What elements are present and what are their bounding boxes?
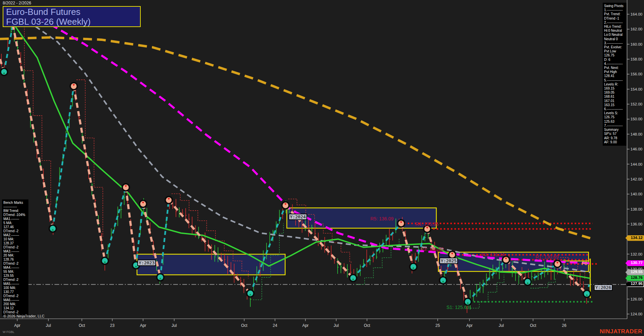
price-tick-label: 144.00 xyxy=(630,162,642,166)
panel-line: 128.37 xyxy=(3,241,27,245)
level-label: R1: 130.69 xyxy=(535,254,559,260)
price-chart-canvas[interactable]: R5: 136.09R4: 135.35R3: 131.90R2: 131.24… xyxy=(0,0,644,336)
price-tick-label: 148.00 xyxy=(630,132,642,136)
year-label-2025[interactable]: Y:2025 xyxy=(439,258,458,264)
time-tick-label: 24 xyxy=(273,323,277,328)
panel-line: MA2.------- xyxy=(3,233,27,237)
panel-line: Pvt Low xyxy=(604,49,625,53)
panel-line: Neutral 0 xyxy=(604,37,625,41)
panel-line: 125.63 xyxy=(604,120,625,124)
zigzag-up-leg xyxy=(353,223,401,278)
panel-line: Summary xyxy=(604,128,625,132)
panel-line: BM Trend: xyxy=(3,209,27,213)
time-tick-label: Jul xyxy=(46,323,51,328)
time-tick-label: Oct xyxy=(241,323,248,328)
zigzag-down-leg xyxy=(169,200,250,293)
price-tick-label: 146.00 xyxy=(630,147,642,151)
panel-line: 169.15 xyxy=(604,87,625,91)
panel-line: Levels S: xyxy=(604,111,625,115)
price-tick-label: 162.00 xyxy=(630,27,642,31)
panel-line: 5.-------------- xyxy=(604,78,625,82)
panel-line: DTrend -2 xyxy=(3,229,27,233)
copyright-text: © 2026 NinjaTrader, LLC xyxy=(3,314,44,318)
panel-line: Pvt. Trend: xyxy=(604,12,625,16)
panel-line: DTrend -2 xyxy=(3,278,27,282)
moving-averages xyxy=(0,19,590,278)
panel-line: AF: 9.00 xyxy=(604,140,625,144)
panel-line: MA3.------- xyxy=(3,249,27,254)
panel-line: 130.77 xyxy=(3,290,27,294)
time-tick-label: Oct xyxy=(530,323,536,328)
panel-line: 1.-------------- xyxy=(604,8,625,12)
bench-marks-panel: Bench Marks ------------BM Trend:DTrend … xyxy=(2,199,28,316)
panel-line: HiLo Trend: xyxy=(604,25,625,29)
time-tick-label: Jul xyxy=(499,323,504,328)
zigzag-down-leg xyxy=(13,25,53,229)
panel-line: ------------ xyxy=(3,205,27,209)
year-label-2023[interactable]: Y:2023 xyxy=(137,260,156,266)
panel-line: 128.41 xyxy=(604,74,625,78)
panel-line: 167.01 xyxy=(604,99,625,103)
panel-line: SP's: 57 xyxy=(604,132,625,136)
panel-line: 20 MA: xyxy=(3,254,27,258)
panel-line: 2.-------------- xyxy=(604,21,625,25)
panel-line: D: 6 xyxy=(604,58,625,62)
price-tag-128.76: 128.76 xyxy=(625,275,644,281)
zigzag-up-leg xyxy=(4,25,13,72)
year-label-2024[interactable]: Y:2024 xyxy=(289,214,307,220)
time-tick-label: 26 xyxy=(562,323,567,328)
ninjatrader-logo: NINJATRADER xyxy=(600,328,642,335)
panel-line: Pvt. Evolve: xyxy=(604,45,625,49)
panel-line: 126.75 xyxy=(604,53,625,57)
year-label-2026[interactable]: Y:2026 xyxy=(594,284,613,291)
panel-line: 3.-------------- xyxy=(604,41,625,45)
price-tick-label: 138.00 xyxy=(630,207,642,211)
instrument-name: Euro-Bund Futures xyxy=(6,7,137,17)
panel-line: 128.76 xyxy=(3,258,27,262)
panel-line: 169.05 xyxy=(604,91,625,95)
price-tag-127.95: 127.95 xyxy=(625,281,644,287)
panel-line: AR: 9.78 xyxy=(604,136,625,140)
time-tick-label: 23 xyxy=(110,323,115,328)
price-tick-label: 126.00 xyxy=(630,297,642,301)
zigzag-up-leg xyxy=(53,86,74,229)
panel-line: 4.-------------- xyxy=(604,62,625,66)
price-tick-label: 156.00 xyxy=(630,72,642,76)
time-tick-label: Apr xyxy=(302,323,309,328)
panel-line: 127.46 xyxy=(3,225,27,229)
price-tick-label: 140.00 xyxy=(630,192,642,196)
contract-and-period: FGBL 03-26 (Weekly) xyxy=(6,17,137,27)
panel-line: MA5.------- xyxy=(3,282,27,286)
price-tag-130.77: 130.77 xyxy=(625,260,644,266)
panel-line: DTrend -2 xyxy=(3,245,27,249)
panel-line: DTrend -2 xyxy=(3,262,27,266)
time-tick-label: Jul xyxy=(334,323,339,328)
price-tick-label: 124.00 xyxy=(630,312,642,316)
panel-line: 134.12 xyxy=(3,306,27,310)
level-label: S1: 125.63 xyxy=(446,305,469,310)
panel-line: Hi:0 Neutral xyxy=(604,29,625,33)
panel-line: MA4.------- xyxy=(3,266,27,270)
price-tick-label: 136.00 xyxy=(630,222,642,226)
chart-window: R5: 136.09R4: 135.35R3: 131.90R2: 131.24… xyxy=(0,0,644,336)
panel-line: MA1.------- xyxy=(3,217,27,221)
panel-line: Pvt High xyxy=(604,70,625,74)
bench-marks-title: Bench Marks xyxy=(3,201,27,205)
panel-line: Lo:0 Neutral xyxy=(604,33,625,37)
zigzag-up-leg xyxy=(250,205,285,293)
time-tick-label: Apr xyxy=(14,323,21,328)
swing-pivots-panel: Swing Pivots 1.--------------Pvt. Trend:… xyxy=(603,3,626,146)
price-tick-label: 160.00 xyxy=(630,42,642,46)
swing-pivots-body: 1.--------------Pvt. Trend:DTrend -12.--… xyxy=(604,8,625,144)
bench-marks-body: ------------BM Trend:DTrend -104%MA1.---… xyxy=(3,205,27,314)
stop-steps-down xyxy=(16,18,51,206)
level-label: R2: 131.24 xyxy=(481,252,505,257)
panel-line: Pvt. Next: xyxy=(604,66,625,70)
price-tick-label: 154.00 xyxy=(630,87,642,91)
panel-line: 168.61 xyxy=(604,95,625,99)
panel-line: 10 MA: xyxy=(3,237,27,241)
time-tick-label: 25 xyxy=(435,323,440,328)
panel-line: 129.55 xyxy=(3,274,27,278)
panel-line: 5 MA: xyxy=(3,221,27,225)
time-tick-label: Apr xyxy=(140,323,146,328)
